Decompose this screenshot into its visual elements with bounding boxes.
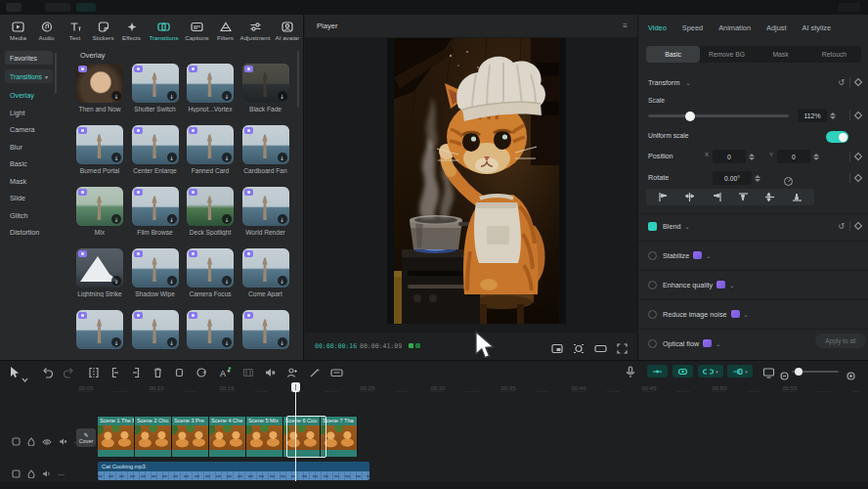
enhance-quality-checkbox[interactable]: [648, 281, 657, 289]
position-x-stepper[interactable]: [747, 150, 756, 163]
toolbar-audio[interactable]: Audio: [32, 21, 61, 41]
rotate-stepper[interactable]: [753, 171, 761, 185]
sidebar-item-slide[interactable]: Slide: [10, 194, 25, 202]
stabilize-checkbox[interactable]: [648, 251, 657, 260]
sidebar-item-overlay[interactable]: Overlay: [10, 91, 34, 100]
redo-icon[interactable]: [63, 365, 75, 382]
timeline-ruler[interactable]: 00:05 00:10 00:15 00:25 00:30 00:35 00:4…: [0, 382, 868, 396]
timeline-clip[interactable]: Scene 3 Pre: [172, 417, 209, 457]
subtab-mask[interactable]: Mask: [754, 46, 807, 63]
reset-icon[interactable]: ↺: [838, 222, 845, 231]
pip-icon[interactable]: [551, 340, 563, 358]
undo-icon[interactable]: [41, 365, 54, 382]
sidebar-item-distortion[interactable]: Distortion: [10, 228, 39, 237]
linked-toggle[interactable]: ▾: [698, 365, 723, 378]
transition-item[interactable]: ↓Mix: [76, 187, 123, 236]
tab-speed[interactable]: Speed: [682, 23, 703, 32]
transition-item[interactable]: ↓Hypnot...Vortex: [187, 64, 234, 112]
sidebar-item-mask[interactable]: Mask: [10, 177, 26, 186]
keyboard-icon[interactable]: [330, 365, 343, 382]
transition-item[interactable]: ↓Fanned Card: [187, 125, 234, 174]
video-preview[interactable]: [394, 38, 559, 324]
trim-right-icon[interactable]: [131, 365, 142, 382]
blend-label[interactable]: Blend⌄: [663, 222, 689, 231]
subtab-basic[interactable]: Basic: [646, 46, 700, 63]
toolbar-effects[interactable]: Effects: [117, 21, 146, 41]
favorites-button[interactable]: Favorites: [5, 51, 53, 65]
track-speaker-icon[interactable]: [42, 465, 51, 482]
trim-left-icon[interactable]: [109, 365, 120, 382]
align-bottom-icon[interactable]: [792, 189, 803, 206]
ai-tool-icon[interactable]: A: [219, 365, 232, 382]
subtab-retouch[interactable]: Retouch: [807, 46, 861, 63]
transition-item[interactable]: ↓World Render: [242, 187, 289, 236]
keyframe-icon[interactable]: [854, 174, 862, 182]
sidebar-scrollbar[interactable]: [55, 53, 57, 94]
scale-value[interactable]: 112%: [798, 109, 827, 122]
scale-stepper[interactable]: [828, 109, 837, 122]
transition-item[interactable]: ↓Come Apart: [242, 248, 289, 297]
blend-checkbox[interactable]: [648, 222, 657, 231]
keyframe-icon[interactable]: [854, 78, 862, 86]
select-tool-icon[interactable]: [8, 365, 20, 382]
toolbar-stickers[interactable]: Stickers: [89, 21, 117, 41]
main-track-magnet-toggle[interactable]: [647, 365, 668, 378]
speaker-person-icon[interactable]: [286, 365, 298, 382]
transition-item[interactable]: ↓Center Enlarge: [132, 125, 179, 174]
toolbar-text[interactable]: Text: [61, 21, 89, 41]
toolbar-transitions[interactable]: Transitions: [146, 21, 182, 41]
stabilize-label[interactable]: Stabilize⌄: [663, 251, 711, 260]
preview-axis-toggle[interactable]: ▾: [727, 365, 753, 378]
transition-item[interactable]: ↓Deck Spotlight: [187, 187, 234, 236]
transitions-dropdown[interactable]: Transitions▾: [5, 69, 53, 83]
reduce-noise-label[interactable]: Reduce image noise⌄: [663, 310, 749, 319]
sidebar-item-glitch[interactable]: Glitch: [10, 211, 27, 220]
auto-snap-toggle[interactable]: [673, 365, 693, 378]
transition-item[interactable]: ↓: [242, 310, 289, 349]
sidebar-item-blur[interactable]: Blur: [10, 143, 22, 152]
mirror-icon[interactable]: [573, 340, 585, 358]
sidebar-item-light[interactable]: Light: [10, 109, 25, 117]
cover-button[interactable]: ✎ Cover: [76, 428, 96, 447]
transform-section-label[interactable]: Transform ⌄: [648, 78, 691, 87]
scale-slider[interactable]: [648, 114, 789, 117]
zoom-slider-knob[interactable]: [795, 368, 803, 376]
transition-item[interactable]: ↓: [132, 310, 179, 349]
transition-item[interactable]: ↓Camera Focus: [187, 248, 234, 297]
microphone-icon[interactable]: [626, 365, 635, 382]
mute-icon[interactable]: [264, 365, 276, 382]
film-icon[interactable]: [242, 365, 254, 382]
timeline-clip[interactable]: Scene 1 The B: [98, 417, 135, 457]
position-y-stepper[interactable]: [811, 150, 820, 163]
keyframe-icon[interactable]: [854, 153, 862, 160]
position-y-value[interactable]: 0: [777, 150, 810, 163]
transition-item[interactable]: ↓Cardboard Fan: [242, 125, 289, 174]
timeline-clip[interactable]: Scene 4 Che: [209, 417, 246, 457]
tab-ai-stylize[interactable]: AI stylize: [803, 23, 832, 32]
track-droplet-icon[interactable]: [27, 465, 35, 482]
audio-track[interactable]: Cat Cooking.mp3: [98, 462, 369, 480]
track-droplet-icon[interactable]: [27, 432, 35, 450]
playhead-handle[interactable]: [291, 382, 300, 392]
crop-icon[interactable]: [174, 365, 185, 382]
transition-item[interactable]: ↓Black Fade: [242, 64, 289, 112]
keyframe-icon[interactable]: [854, 222, 862, 230]
library-scrollbar[interactable]: [297, 51, 299, 108]
position-x-value[interactable]: 0: [713, 150, 746, 163]
tab-animation[interactable]: Animation: [718, 23, 751, 32]
player-menu-icon[interactable]: ≡: [623, 22, 628, 30]
transition-item[interactable]: ↓: [76, 310, 123, 349]
apply-to-all-button[interactable]: Apply to all: [815, 333, 866, 348]
enhance-quality-label[interactable]: Enhance quality⌄: [663, 281, 734, 289]
delete-icon[interactable]: [152, 365, 163, 382]
transition-item[interactable]: ↓Shadow Wipe: [132, 248, 179, 297]
magic-wand-icon[interactable]: [309, 365, 321, 382]
tab-video[interactable]: Video: [648, 23, 667, 32]
optical-flow-label[interactable]: Optical flow⌄: [663, 339, 720, 348]
loop-icon[interactable]: [195, 365, 207, 382]
keyframe-icon[interactable]: [854, 111, 862, 119]
transition-item[interactable]: ↓Lightning Strike: [76, 248, 123, 297]
timeline-clip[interactable]: Scene 5 Mix: [246, 417, 283, 457]
toolbar-adjustment[interactable]: Adjustment: [239, 21, 272, 41]
timeline-clip[interactable]: Scene 2 Cho: [135, 417, 172, 457]
